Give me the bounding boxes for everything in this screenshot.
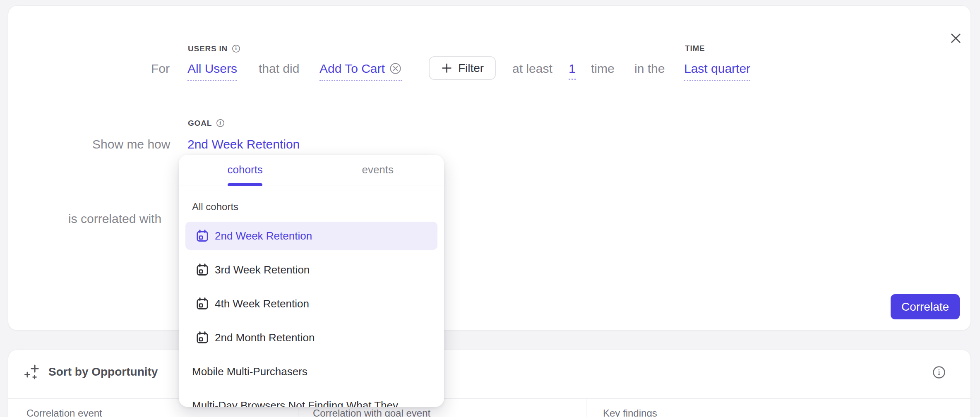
time-range-selector[interactable]: Last quarter — [684, 61, 750, 81]
users-in-label-text: USERS IN — [188, 44, 228, 53]
event-count-selector[interactable]: 1 — [569, 61, 576, 80]
users-in-info-icon[interactable] — [231, 44, 241, 53]
sentence-that-did: that did — [259, 61, 299, 76]
active-tab-indicator — [228, 183, 262, 186]
cohort-list: All cohorts 2nd Week Retention 3rd Week … — [179, 201, 444, 407]
list-item-cohort[interactable]: Mobile Multi-Purchasers — [185, 357, 437, 386]
sentence-time: time — [591, 61, 615, 76]
calendar-icon — [195, 229, 209, 243]
time-label: TIME — [685, 44, 705, 53]
goal-label: GOAL — [188, 118, 225, 128]
sort-by-opportunity-control[interactable]: Sort by Opportunity — [23, 363, 158, 381]
close-button[interactable] — [948, 30, 963, 46]
sentence-at-least: at least — [512, 61, 552, 76]
list-item-cohort[interactable]: 3rd Week Retention — [185, 256, 437, 284]
calendar-icon — [195, 331, 209, 345]
event-value: Add To Cart — [319, 61, 385, 76]
remove-event-icon[interactable] — [389, 62, 402, 75]
cohort-item-label: 3rd Week Retention — [215, 264, 310, 276]
goal-value: 2nd Week Retention — [187, 137, 300, 152]
filter-button-label: Filter — [458, 62, 484, 75]
cohort-item-label: Mobile Multi-Purchasers — [192, 365, 307, 378]
calendar-icon — [195, 263, 209, 277]
cohort-item-label: 2nd Month Retention — [215, 331, 315, 344]
correlation-query-card: USERS IN TIME For All Users that did Add… — [8, 5, 971, 331]
sort-by-opportunity-label: Sort by Opportunity — [48, 365, 158, 379]
cohort-item-label: 4th Week Retention — [215, 297, 309, 310]
cohort-item-label: Multi-Day Browsers Not Finding What They — [192, 399, 398, 407]
correlate-button[interactable]: Correlate — [891, 294, 960, 319]
results-card — [8, 350, 971, 417]
sparkle-icon — [23, 363, 41, 381]
cohort-item-label: 2nd Week Retention — [215, 230, 312, 242]
column-header-key-findings: Key findings — [603, 407, 657, 417]
user-segment-selector[interactable]: All Users — [187, 61, 237, 81]
user-segment-value: All Users — [187, 61, 237, 76]
list-item-cohort[interactable]: 2nd Month Retention — [185, 324, 437, 352]
event-selector[interactable]: Add To Cart — [319, 61, 402, 81]
goal-info-icon[interactable] — [216, 118, 225, 128]
close-icon — [949, 32, 962, 45]
time-range-value: Last quarter — [684, 61, 750, 76]
column-header-correlation-event: Correlation event — [26, 407, 102, 417]
time-label-text: TIME — [685, 44, 705, 53]
plus-icon — [441, 62, 453, 74]
goal-selector[interactable]: 2nd Week Retention — [187, 137, 300, 157]
list-item-cohort[interactable]: 2nd Week Retention — [185, 222, 437, 250]
list-item-cohort[interactable]: 4th Week Retention — [185, 290, 437, 318]
column-divider — [586, 399, 586, 417]
add-filter-button[interactable]: Filter — [429, 56, 496, 80]
dropdown-tabs: cohorts events — [179, 155, 444, 185]
calendar-icon — [195, 297, 209, 311]
results-info-icon[interactable] — [932, 365, 946, 380]
list-item-cohort[interactable]: Multi-Day Browsers Not Finding What They — [185, 391, 437, 407]
sentence-show-me-how: Show me how — [92, 137, 170, 152]
sentence-in-the: in the — [634, 61, 665, 76]
sentence-for: For — [151, 61, 170, 76]
goal-label-text: GOAL — [188, 119, 212, 128]
event-count-value: 1 — [569, 61, 576, 76]
results-header-divider — [8, 398, 970, 399]
cohort-section-label: All cohorts — [192, 201, 437, 213]
goal-picker-dropdown: cohorts events All cohorts 2nd Week Rete… — [179, 155, 444, 407]
tab-events[interactable]: events — [312, 155, 444, 185]
tab-cohorts[interactable]: cohorts — [179, 155, 312, 185]
sentence-is-correlated-with: is correlated with — [68, 211, 161, 226]
column-header-correlation-with-goal: Correlation with goal event — [313, 407, 430, 417]
users-in-label: USERS IN — [188, 44, 241, 53]
